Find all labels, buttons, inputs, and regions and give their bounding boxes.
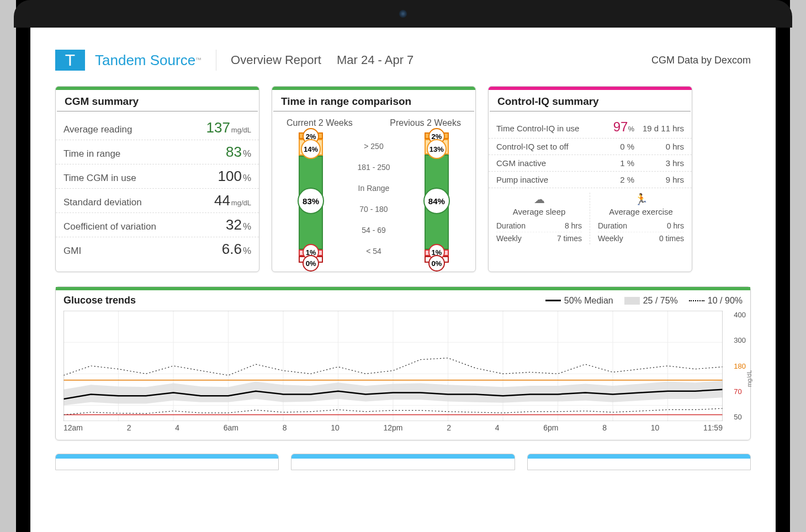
- glucose-trends-card: Glucose trends 50% Median 25 / 75% 10 / …: [55, 286, 751, 440]
- summary-cards-row: CGM summary Average reading 137mg/dL Tim…: [55, 86, 751, 272]
- x-tick: 10: [651, 423, 660, 432]
- ciq-pct: 2 %: [609, 175, 634, 184]
- legend-label: 25 / 75%: [643, 296, 678, 306]
- ciq-label: Pump inactive: [496, 175, 548, 184]
- metric-label: Time in range: [63, 148, 120, 159]
- trademark-icon: ™: [195, 56, 202, 62]
- bubble-vlow: 0%: [428, 255, 445, 272]
- cgm-metrics-list: Average reading 137mg/dL Time in range 8…: [56, 116, 259, 261]
- metric-value: 44: [214, 192, 230, 209]
- ciq-time: 9 hrs: [634, 175, 684, 184]
- ciq-set-off: Control-IQ set to off 0 % 0 hrs: [489, 139, 692, 155]
- y-tick: 50: [734, 413, 746, 421]
- metric-value: 83: [226, 143, 242, 160]
- tir-comparison-card: Time in range comparison Current 2 Weeks…: [272, 86, 476, 272]
- bubble-in: 83%: [298, 188, 324, 214]
- act-value: 8 hrs: [565, 221, 582, 230]
- trends-title: Glucose trends: [63, 295, 136, 306]
- metric-label: GMI: [63, 246, 81, 257]
- exercise-icon: 🏃: [598, 193, 684, 206]
- metric-std-dev: Standard deviation 44mg/dL: [56, 189, 259, 213]
- label-vhigh: > 250: [357, 142, 390, 151]
- sleep-header: Average sleep: [496, 207, 582, 216]
- label-in-range: 70 - 180: [357, 205, 390, 214]
- bubble-high: 14%: [301, 139, 321, 159]
- metric-time-cgm-use: Time CGM in use 100%: [56, 164, 259, 189]
- area-icon: [624, 297, 640, 305]
- act-value: 0 times: [659, 234, 684, 243]
- y-tick: 300: [734, 336, 746, 344]
- metric-label: Coefficient of variation: [63, 221, 156, 232]
- metric-value: 100: [218, 168, 241, 184]
- metric-unit: %: [243, 246, 251, 256]
- act-value: 7 times: [557, 234, 582, 243]
- dotted-icon: [689, 300, 704, 301]
- x-tick: 6pm: [543, 423, 558, 432]
- exercise-weekly: Weekly 0 times: [598, 232, 684, 244]
- tir-previous-label: Previous 2 Weeks: [390, 118, 461, 128]
- metric-gmi: GMI 6.6%: [56, 237, 259, 261]
- x-tick: 12am: [63, 423, 83, 432]
- ciq-title: Control-IQ summary: [490, 90, 691, 111]
- x-tick: 2: [127, 423, 131, 432]
- x-tick: 4: [175, 423, 179, 432]
- bubble-high: 13%: [427, 139, 447, 159]
- x-axis: 12am246am81012pm246pm81011:59: [63, 421, 723, 438]
- y-tick: 400: [734, 311, 746, 319]
- act-label: Weekly: [496, 234, 522, 243]
- sleep-weekly: Weekly 7 times: [496, 232, 582, 244]
- x-tick: 10: [331, 423, 340, 432]
- exercise-column: 🏃 Average exercise Duration 0 hrs Weekly…: [590, 193, 692, 244]
- x-tick: 4: [495, 423, 500, 432]
- metric-cov: Coefficient of variation 32%: [56, 213, 259, 237]
- legend-label: 10 / 90%: [708, 296, 743, 306]
- label-low: 54 - 69: [357, 226, 390, 235]
- act-value: 0 hrs: [667, 221, 684, 230]
- metric-label: Standard deviation: [63, 197, 142, 208]
- ciq-label: Control-IQ set to off: [496, 142, 569, 151]
- metric-unit: %: [243, 148, 251, 159]
- x-tick: 2: [447, 423, 451, 432]
- tir-chart-layout: 2% 14% 83% 1% 0% > 250 181 - 250 In Rang…: [277, 132, 471, 265]
- x-tick: 11:59: [703, 423, 723, 432]
- y-tick-70: 70: [734, 387, 746, 396]
- trends-chart: 400 300 180 70 50 mg/dL 12am246am81012pm…: [56, 311, 750, 440]
- tir-range-labels: > 250 181 - 250 In Range 70 - 180 54 - 6…: [357, 142, 390, 256]
- metric-unit: mg/dL: [231, 126, 251, 134]
- sleep-duration: Duration 8 hrs: [496, 220, 582, 232]
- sleep-icon: ☁: [496, 193, 582, 206]
- tir-title: Time in range comparison: [273, 90, 474, 111]
- brand-logo-icon: T: [55, 50, 85, 71]
- exercise-duration: Duration 0 hrs: [598, 220, 684, 232]
- metric-label: Time CGM in use: [63, 173, 136, 184]
- metric-value: 6.6: [222, 241, 242, 257]
- app-header: T Tandem Source™ Overview Report Mar 24 …: [55, 50, 751, 71]
- cgm-summary-card: CGM summary Average reading 137mg/dL Tim…: [55, 86, 259, 272]
- ciq-activity-section: ☁ Average sleep Duration 8 hrs Weekly 7 …: [489, 188, 692, 247]
- ciq-pct: 0 %: [609, 142, 634, 151]
- card-accent-bar: [528, 454, 750, 459]
- data-source-label: CGM Data by Dexcom: [651, 55, 751, 66]
- bottom-card: [55, 454, 279, 470]
- card-accent-bar: [56, 454, 278, 459]
- y-tick-180: 180: [734, 362, 746, 370]
- header-divider: [216, 50, 216, 71]
- act-label: Duration: [496, 221, 526, 230]
- ciq-pct: 1 %: [609, 158, 634, 168]
- bottom-card: [291, 454, 515, 470]
- report-title: Overview Report: [231, 53, 321, 67]
- bubble-in: 84%: [423, 188, 450, 214]
- ciq-pump-inactive: Pump inactive 2 % 9 hrs: [489, 172, 692, 188]
- ciq-label: CGM inactive: [496, 158, 546, 168]
- tir-previous-bar: 2% 13% 84% 1% 0%: [415, 132, 459, 265]
- sleep-column: ☁ Average sleep Duration 8 hrs Weekly 7 …: [489, 193, 590, 244]
- control-iq-card: Control-IQ summary Time Control-IQ in us…: [488, 86, 692, 272]
- cgm-summary-title: CGM summary: [57, 90, 258, 111]
- x-tick: 6am: [224, 423, 238, 432]
- tir-current-label: Current 2 Weeks: [287, 118, 353, 128]
- metric-value: 137: [206, 119, 230, 136]
- label-high: 181 - 250: [357, 163, 390, 172]
- y-axis: 400 300 180 70 50: [734, 311, 746, 421]
- line-icon: [545, 300, 561, 301]
- brand-name: Tandem Source™: [95, 52, 202, 69]
